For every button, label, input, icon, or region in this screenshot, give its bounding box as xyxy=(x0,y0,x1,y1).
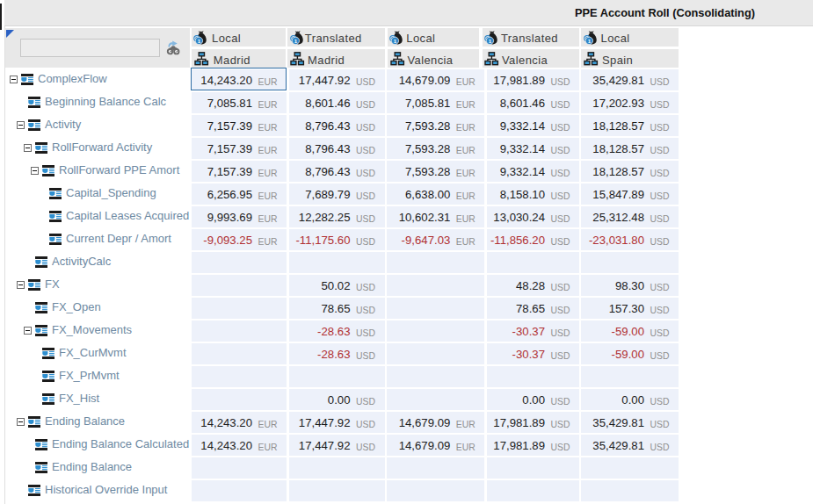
svg-text:1: 1 xyxy=(294,38,298,44)
svg-text:1: 1 xyxy=(198,38,201,44)
svg-text:1: 1 xyxy=(489,38,492,44)
svg-text:1: 1 xyxy=(394,38,397,44)
svg-text:1: 1 xyxy=(587,38,591,44)
